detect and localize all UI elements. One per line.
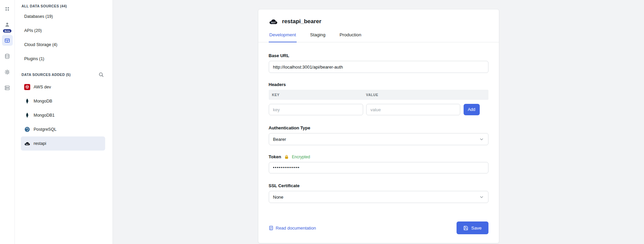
marketplace-nav-button[interactable] [2,82,13,93]
token-input[interactable] [269,162,488,173]
added-sources-header: DATA SOURCES ADDED (5) [22,73,71,77]
datasource-config-card: restapi_bearer Development Staging Produ… [258,9,499,243]
marketplace-icon [4,85,10,91]
datasource-item-mongodb[interactable]: MongoDB [21,94,105,108]
restapi-icon [24,140,30,147]
environment-tabs: Development Staging Production [258,32,499,42]
page-title: restapi_bearer [282,18,321,25]
tab-production[interactable]: Production [339,32,362,42]
document-icon [269,226,273,230]
data-sources-icon [4,38,10,43]
left-icon-rail: Beta [0,0,15,244]
datasource-item-label: AWS dev [34,85,51,89]
workflows-icon [4,22,10,28]
headers-table-head: KEY VALUE [269,90,488,100]
datasource-item-label: MongoDB1 [34,113,55,118]
header-key-input[interactable] [269,104,363,115]
datasource-item-label: restapi [34,141,46,146]
workflows-nav-button[interactable]: Beta [2,19,13,30]
sidebar-item-label: Databases (19) [24,14,53,19]
mongodb-icon [24,98,30,104]
base-url-label: Base URL [269,53,488,58]
sidebar-item-apis[interactable]: APIs (20) [21,24,105,38]
settings-gear-icon [4,69,10,75]
added-sources-header-row: DATA SOURCES ADDED (5) [21,66,105,80]
search-icon [98,72,104,77]
lock-icon [284,155,289,159]
chevron-down-icon [479,137,484,142]
auth-type-value: Bearer [273,137,286,142]
save-floppy-icon [463,226,468,231]
headers-input-row: Add [269,104,488,115]
save-button-label: Save [471,226,482,231]
restapi-icon [269,19,278,25]
tab-development[interactable]: Development [269,32,297,42]
database-icon [4,53,10,59]
datasource-item-aws-dev[interactable]: AWS dev [21,80,105,94]
auth-type-select[interactable]: Bearer [269,133,488,145]
main-content: restapi_bearer Development Staging Produ… [113,0,644,244]
datasource-form: Base URL Headers KEY VALUE Add Authentic… [258,42,499,206]
datasource-item-mongodb1[interactable]: MongoDB1 [21,108,105,122]
read-documentation-link[interactable]: Read documentation [269,226,316,231]
app-root: Beta ALL DATA SOURCES (44) Databases (19… [0,0,644,244]
data-sources-nav-button[interactable] [2,35,13,46]
token-label: Token [269,154,281,159]
token-label-row: Token Encrypted [269,154,488,159]
header-value-input[interactable] [366,104,460,115]
encrypted-badge: Encrypted [292,155,310,159]
apps-icon [4,6,10,12]
settings-nav-button[interactable] [2,67,13,77]
base-url-input[interactable] [269,61,488,73]
card-header: restapi_bearer [258,9,499,25]
chevron-down-icon [479,195,484,200]
sidebar-item-databases[interactable]: Databases (19) [21,9,105,24]
sidebar-item-cloud-storage[interactable]: Cloud Storage (4) [21,38,105,52]
headers-label: Headers [269,82,488,87]
ssl-certificate-value: None [273,195,284,200]
ssl-certificate-label: SSL Certificate [269,183,488,188]
beta-badge: Beta [3,29,12,33]
ssl-certificate-select[interactable]: None [269,191,488,203]
auth-type-label: Authentication Type [269,125,488,130]
add-header-button[interactable]: Add [464,104,480,115]
value-column-header: VALUE [366,93,379,97]
data-sources-sidebar: ALL DATA SOURCES (44) Databases (19) API… [15,0,113,244]
datasource-item-label: PostgreSQL [34,127,56,132]
sidebar-item-plugins[interactable]: Plugins (1) [21,52,105,66]
database-nav-button[interactable] [2,51,13,62]
sidebar-item-label: APIs (20) [24,28,42,33]
tab-staging[interactable]: Staging [309,32,326,42]
save-button[interactable]: Save [457,221,488,234]
card-footer: Read documentation Save [258,221,499,243]
key-column-header: KEY [269,93,366,97]
datasource-item-restapi[interactable]: restapi [21,136,105,151]
search-button[interactable] [97,71,105,79]
all-data-sources-header: ALL DATA SOURCES (44) [21,0,105,9]
aws-icon [24,84,30,90]
sidebar-item-label: Plugins (1) [24,56,44,61]
postgresql-icon [24,126,30,132]
datasource-item-label: MongoDB [34,99,52,104]
sidebar-item-label: Cloud Storage (4) [24,42,57,47]
apps-nav-button[interactable] [2,3,13,14]
read-documentation-label: Read documentation [276,226,316,231]
mongodb-icon [24,112,30,118]
datasource-item-postgresql[interactable]: PostgreSQL [21,122,105,136]
